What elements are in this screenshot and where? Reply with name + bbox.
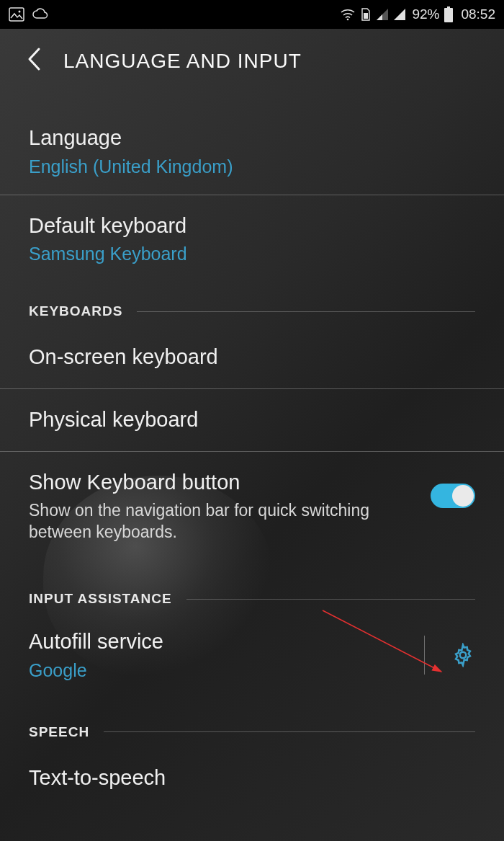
default-keyboard-title: Default keyboard [29,213,475,240]
svg-rect-5 [444,8,453,22]
section-speech: SPEECH [0,698,504,747]
autofill-value: Google [29,660,413,681]
signal-icon-2 [393,8,406,21]
show-keyboard-button-title: Show Keyboard button [29,469,416,497]
section-keyboards-label: KEYBOARDS [29,303,122,319]
physical-keyboard-row[interactable]: Physical keyboard [0,389,504,452]
section-input-assistance: INPUT ASSISTANCE [0,565,504,614]
section-divider [186,599,475,600]
language-value: English (United Kingdom) [29,156,475,177]
svg-rect-0 [9,8,24,21]
section-divider [104,731,475,732]
battery-icon [444,6,454,22]
autofill-settings-button[interactable] [436,643,475,667]
svg-point-1 [19,11,21,13]
battery-percent: 92% [412,6,439,22]
vertical-divider [424,636,425,675]
show-keyboard-toggle[interactable] [431,484,475,508]
default-keyboard-row[interactable]: Default keyboard Samsung Keyboard [0,195,504,282]
svg-point-2 [347,19,349,21]
cloud-icon [32,7,49,22]
page-title: LANGUAGE AND INPUT [63,50,302,73]
signal-icon-1 [376,8,389,21]
onscreen-keyboard-row[interactable]: On-screen keyboard [0,326,504,389]
screen-header: LANGUAGE AND INPUT [0,29,504,107]
show-keyboard-button-desc: Show on the navigation bar for quick swi… [29,500,416,543]
autofill-title: Autofill service [29,628,413,656]
svg-rect-3 [364,13,368,19]
onscreen-keyboard-title: On-screen keyboard [29,344,475,371]
language-row[interactable]: Language English (United Kingdom) [0,107,504,195]
status-time: 08:52 [461,6,495,22]
image-icon [9,7,24,22]
language-title: Language [29,125,475,152]
status-right: 92% 08:52 [340,6,495,22]
settings-screen: LANGUAGE AND INPUT Language English (Uni… [0,29,504,809]
physical-keyboard-title: Physical keyboard [29,406,475,434]
svg-point-6 [460,651,467,658]
gear-icon [451,643,475,667]
status-bar: 92% 08:52 [0,0,504,29]
svg-rect-4 [447,6,450,8]
back-button[interactable] [26,47,42,75]
sim-icon [360,7,372,22]
section-input-assistance-label: INPUT ASSISTANCE [29,591,172,607]
wifi-icon [340,8,356,21]
status-left [9,7,49,22]
default-keyboard-value: Samsung Keyboard [29,244,475,264]
section-speech-label: SPEECH [29,724,89,740]
text-to-speech-row[interactable]: Text-to-speech [0,747,504,809]
show-keyboard-button-row[interactable]: Show Keyboard button Show on the navigat… [0,452,504,565]
section-divider [137,311,475,312]
toggle-knob [452,485,474,507]
section-keyboards: KEYBOARDS [0,282,504,326]
text-to-speech-title: Text-to-speech [29,765,475,792]
autofill-service-row[interactable]: Autofill service Google [0,614,504,698]
